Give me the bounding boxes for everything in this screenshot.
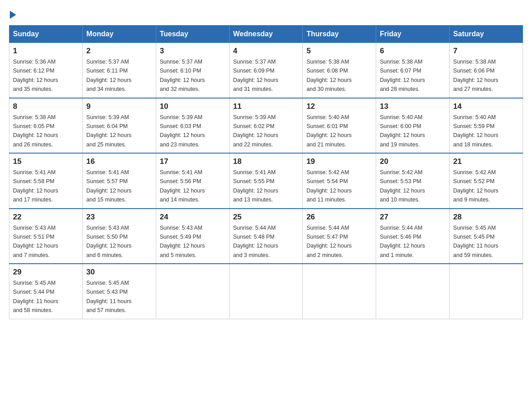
weekday-header-wednesday: Wednesday xyxy=(229,26,303,43)
day-number: 26 xyxy=(306,213,372,222)
calendar-cell xyxy=(450,264,523,319)
day-info: Sunrise: 5:38 AMSunset: 6:05 PMDaylight:… xyxy=(13,114,58,148)
calendar-cell: 9 Sunrise: 5:39 AMSunset: 6:04 PMDayligh… xyxy=(82,98,156,154)
calendar-week-row: 1 Sunrise: 5:36 AMSunset: 6:12 PMDayligh… xyxy=(9,43,523,98)
day-info: Sunrise: 5:42 AMSunset: 5:54 PMDaylight:… xyxy=(306,169,352,203)
calendar-cell: 29 Sunrise: 5:45 AMSunset: 5:44 PMDaylig… xyxy=(9,264,83,319)
day-info: Sunrise: 5:44 AMSunset: 5:46 PMDaylight:… xyxy=(380,225,425,258)
day-info: Sunrise: 5:42 AMSunset: 5:52 PMDaylight:… xyxy=(453,169,498,203)
day-number: 28 xyxy=(453,213,519,222)
day-number: 2 xyxy=(86,47,152,56)
calendar-cell xyxy=(376,264,450,319)
calendar-week-row: 22 Sunrise: 5:43 AMSunset: 5:51 PMDaylig… xyxy=(9,209,523,264)
weekday-header-friday: Friday xyxy=(376,26,450,43)
day-number: 21 xyxy=(453,157,519,166)
day-number: 19 xyxy=(306,157,372,166)
day-number: 27 xyxy=(380,213,446,222)
day-number: 9 xyxy=(86,102,152,111)
calendar-cell: 30 Sunrise: 5:45 AMSunset: 5:43 PMDaylig… xyxy=(82,264,156,319)
day-info: Sunrise: 5:44 AMSunset: 5:47 PMDaylight:… xyxy=(306,225,352,258)
weekday-header-thursday: Thursday xyxy=(303,26,376,43)
day-info: Sunrise: 5:37 AMSunset: 6:09 PMDaylight:… xyxy=(233,59,279,92)
calendar-cell: 7 Sunrise: 5:38 AMSunset: 6:06 PMDayligh… xyxy=(450,43,523,98)
weekday-header-row: SundayMondayTuesdayWednesdayThursdayFrid… xyxy=(9,26,523,43)
day-info: Sunrise: 5:39 AMSunset: 6:03 PMDaylight:… xyxy=(160,114,205,148)
day-info: Sunrise: 5:39 AMSunset: 6:02 PMDaylight:… xyxy=(233,114,279,148)
calendar-cell: 14 Sunrise: 5:40 AMSunset: 5:59 PMDaylig… xyxy=(450,98,523,154)
day-number: 5 xyxy=(306,47,372,56)
day-number: 1 xyxy=(13,47,79,56)
calendar-cell: 27 Sunrise: 5:44 AMSunset: 5:46 PMDaylig… xyxy=(376,209,450,264)
day-number: 13 xyxy=(380,102,446,111)
day-info: Sunrise: 5:40 AMSunset: 6:00 PMDaylight:… xyxy=(380,114,425,148)
day-number: 30 xyxy=(86,268,152,277)
calendar-cell: 8 Sunrise: 5:38 AMSunset: 6:05 PMDayligh… xyxy=(9,98,83,154)
weekday-header-tuesday: Tuesday xyxy=(156,26,229,43)
calendar-cell: 22 Sunrise: 5:43 AMSunset: 5:51 PMDaylig… xyxy=(9,209,83,264)
calendar-week-row: 15 Sunrise: 5:41 AMSunset: 5:58 PMDaylig… xyxy=(9,153,523,209)
calendar-cell: 13 Sunrise: 5:40 AMSunset: 6:00 PMDaylig… xyxy=(376,98,450,154)
day-info: Sunrise: 5:41 AMSunset: 5:57 PMDaylight:… xyxy=(86,169,132,203)
calendar-cell: 12 Sunrise: 5:40 AMSunset: 6:01 PMDaylig… xyxy=(303,98,376,154)
calendar-cell: 25 Sunrise: 5:44 AMSunset: 5:48 PMDaylig… xyxy=(229,209,303,264)
calendar-table: SundayMondayTuesdayWednesdayThursdayFrid… xyxy=(9,25,523,319)
calendar-cell: 1 Sunrise: 5:36 AMSunset: 6:12 PMDayligh… xyxy=(9,43,83,98)
day-number: 6 xyxy=(380,47,446,56)
day-number: 24 xyxy=(160,213,226,222)
day-info: Sunrise: 5:40 AMSunset: 5:59 PMDaylight:… xyxy=(453,114,498,148)
day-info: Sunrise: 5:39 AMSunset: 6:04 PMDaylight:… xyxy=(86,114,132,148)
calendar-cell: 3 Sunrise: 5:37 AMSunset: 6:10 PMDayligh… xyxy=(156,43,229,98)
day-number: 4 xyxy=(233,47,299,56)
day-number: 23 xyxy=(86,213,152,222)
day-number: 18 xyxy=(233,157,299,166)
day-number: 29 xyxy=(13,268,79,277)
calendar-cell: 17 Sunrise: 5:41 AMSunset: 5:56 PMDaylig… xyxy=(156,153,229,209)
day-number: 7 xyxy=(453,47,519,56)
day-info: Sunrise: 5:43 AMSunset: 5:51 PMDaylight:… xyxy=(13,225,58,258)
calendar-cell: 2 Sunrise: 5:37 AMSunset: 6:11 PMDayligh… xyxy=(82,43,156,98)
day-info: Sunrise: 5:37 AMSunset: 6:11 PMDaylight:… xyxy=(86,59,132,92)
day-number: 25 xyxy=(233,213,299,222)
calendar-cell: 20 Sunrise: 5:42 AMSunset: 5:53 PMDaylig… xyxy=(376,153,450,209)
day-info: Sunrise: 5:38 AMSunset: 6:06 PMDaylight:… xyxy=(453,59,498,92)
day-info: Sunrise: 5:45 AMSunset: 5:43 PMDaylight:… xyxy=(86,280,132,313)
day-number: 8 xyxy=(13,102,79,111)
day-number: 12 xyxy=(306,102,372,111)
calendar-cell: 6 Sunrise: 5:38 AMSunset: 6:07 PMDayligh… xyxy=(376,43,450,98)
day-number: 11 xyxy=(233,102,299,111)
calendar-cell xyxy=(156,264,229,319)
calendar-cell: 21 Sunrise: 5:42 AMSunset: 5:52 PMDaylig… xyxy=(450,153,523,209)
calendar-cell xyxy=(229,264,303,319)
day-number: 14 xyxy=(453,102,519,111)
day-info: Sunrise: 5:41 AMSunset: 5:56 PMDaylight:… xyxy=(160,169,205,203)
day-info: Sunrise: 5:37 AMSunset: 6:10 PMDaylight:… xyxy=(160,59,205,92)
weekday-header-monday: Monday xyxy=(82,26,156,43)
page-header xyxy=(9,9,523,17)
day-info: Sunrise: 5:45 AMSunset: 5:45 PMDaylight:… xyxy=(453,225,498,258)
day-info: Sunrise: 5:36 AMSunset: 6:12 PMDaylight:… xyxy=(13,59,58,92)
day-number: 16 xyxy=(86,157,152,166)
day-info: Sunrise: 5:41 AMSunset: 5:58 PMDaylight:… xyxy=(13,169,58,203)
day-info: Sunrise: 5:40 AMSunset: 6:01 PMDaylight:… xyxy=(306,114,352,148)
logo xyxy=(9,9,16,17)
calendar-cell: 5 Sunrise: 5:38 AMSunset: 6:08 PMDayligh… xyxy=(303,43,376,98)
day-number: 10 xyxy=(160,102,226,111)
calendar-cell: 18 Sunrise: 5:41 AMSunset: 5:55 PMDaylig… xyxy=(229,153,303,209)
day-number: 15 xyxy=(13,157,79,166)
calendar-cell: 19 Sunrise: 5:42 AMSunset: 5:54 PMDaylig… xyxy=(303,153,376,209)
day-info: Sunrise: 5:44 AMSunset: 5:48 PMDaylight:… xyxy=(233,225,279,258)
day-number: 3 xyxy=(160,47,226,56)
calendar-cell: 24 Sunrise: 5:43 AMSunset: 5:49 PMDaylig… xyxy=(156,209,229,264)
calendar-cell: 16 Sunrise: 5:41 AMSunset: 5:57 PMDaylig… xyxy=(82,153,156,209)
logo-arrow-icon xyxy=(10,11,16,19)
day-number: 20 xyxy=(380,157,446,166)
day-info: Sunrise: 5:38 AMSunset: 6:08 PMDaylight:… xyxy=(306,59,352,92)
day-info: Sunrise: 5:42 AMSunset: 5:53 PMDaylight:… xyxy=(380,169,425,203)
weekday-header-sunday: Sunday xyxy=(9,26,83,43)
day-number: 22 xyxy=(13,213,79,222)
calendar-cell: 4 Sunrise: 5:37 AMSunset: 6:09 PMDayligh… xyxy=(229,43,303,98)
day-info: Sunrise: 5:45 AMSunset: 5:44 PMDaylight:… xyxy=(13,280,58,313)
calendar-week-row: 8 Sunrise: 5:38 AMSunset: 6:05 PMDayligh… xyxy=(9,98,523,154)
day-info: Sunrise: 5:38 AMSunset: 6:07 PMDaylight:… xyxy=(380,59,425,92)
day-info: Sunrise: 5:41 AMSunset: 5:55 PMDaylight:… xyxy=(233,169,279,203)
